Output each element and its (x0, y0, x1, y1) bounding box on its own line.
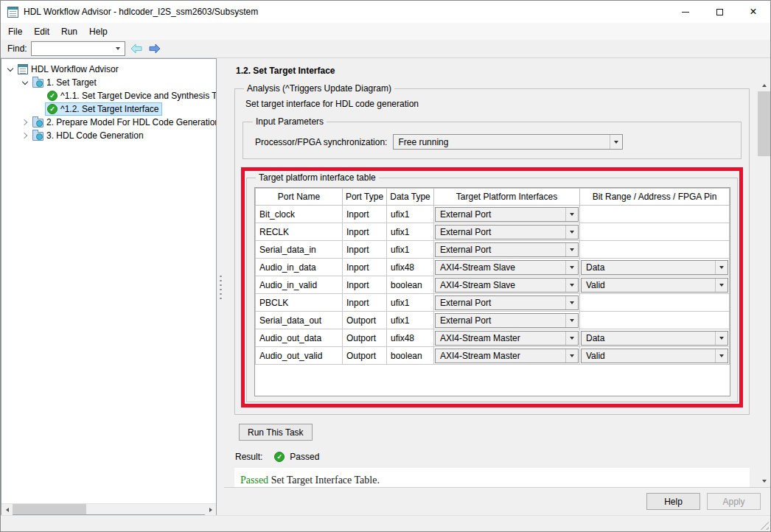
interface-cell: AXI4-Stream Master (434, 347, 580, 365)
analysis-group: Analysis (^Triggers Update Diagram) Set … (234, 83, 750, 415)
combo-value: Free running (398, 137, 610, 147)
chevron-collapsed-icon[interactable] (20, 130, 30, 141)
data-type-cell: ufix1 (387, 312, 434, 329)
port-type-cell: Inport (343, 241, 387, 259)
scrollbar-track[interactable] (86, 504, 205, 514)
chevron-down-icon[interactable] (112, 42, 125, 55)
combo-value: AXI4-Stream Master (440, 351, 565, 361)
resize-grip[interactable] (759, 520, 769, 530)
bit-range-cell (580, 206, 730, 223)
port-name-cell: Audio_out_data (256, 329, 343, 347)
chevron-collapsed-icon[interactable] (20, 117, 30, 127)
scrollbar-thumb[interactable] (758, 91, 770, 156)
target-platform-interface-dropdown[interactable]: External Port (435, 313, 579, 328)
bit-range-dropdown[interactable]: Valid (581, 278, 728, 293)
chevron-down-icon (715, 349, 728, 363)
target-platform-interface-dropdown[interactable]: External Port (435, 295, 579, 310)
tree-node[interactable]: HDL Workflow Advisor (15, 63, 122, 76)
chevron-down-icon (565, 332, 578, 345)
tree-node[interactable]: ✓^1.1. Set Target Device and Synthesis T… (45, 89, 216, 102)
tree-item[interactable]: 2. Prepare Model For HDL Code Generation (1, 116, 216, 129)
table-header-row: Port NamePort TypeData TypeTarget Platfo… (256, 189, 730, 206)
sync-label: Processor/FPGA synchronization: (255, 137, 387, 147)
tree-item[interactable]: HDL Workflow Advisor (1, 63, 216, 76)
target-platform-interface-dropdown[interactable]: AXI4-Stream Slave (435, 260, 579, 275)
tree-horizontal-scrollbar[interactable] (1, 503, 216, 514)
find-input[interactable] (32, 42, 112, 55)
chevron-spacer (35, 104, 45, 114)
table-row: Audio_in_dataInportufix48AXI4-Stream Sla… (256, 259, 730, 276)
target-platform-interface-dropdown[interactable]: External Port (435, 242, 579, 257)
menu-help[interactable]: Help (83, 24, 114, 39)
chevron-expanded-icon[interactable] (5, 64, 15, 74)
target-platform-interface-dropdown[interactable]: External Port (435, 225, 579, 239)
scrollbar-track[interactable] (758, 156, 770, 475)
bit-range-dropdown[interactable]: Data (581, 331, 728, 346)
table-row: Bit_clockInportufix1External Port (256, 206, 730, 223)
scroll-left-button[interactable] (1, 504, 13, 515)
combo-value: Data (586, 262, 715, 273)
tree-item[interactable]: 1. Set Target (1, 76, 216, 89)
triangle-left-icon (6, 508, 9, 512)
maximize-icon (716, 9, 723, 15)
port-type-cell: Outport (343, 347, 387, 365)
tree-node[interactable]: ✓^1.2. Set Target Interface (45, 102, 162, 116)
tree-node[interactable]: 3. HDL Code Generation (30, 129, 147, 142)
port-type-cell: Inport (343, 223, 387, 241)
chevron-expanded-icon[interactable] (20, 77, 30, 88)
result-message-box: Passed Set Target Interface Table. (234, 468, 750, 487)
scroll-right-button[interactable] (205, 504, 216, 515)
data-type-cell: ufix48 (387, 329, 434, 347)
find-forward-button[interactable] (147, 42, 162, 55)
scroll-up-button[interactable] (758, 79, 770, 91)
find-label: Find: (7, 43, 27, 54)
scroll-down-button[interactable] (758, 475, 770, 487)
tree-item[interactable]: ✓^1.2. Set Target Interface (1, 102, 216, 116)
target-platform-interface-dropdown[interactable]: AXI4-Stream Master (435, 331, 579, 346)
input-parameters-group: Input Parameters Processor/FPGA synchron… (243, 116, 742, 159)
panel-splitter[interactable] (217, 58, 224, 515)
target-platform-interface-dropdown[interactable]: AXI4-Stream Master (435, 349, 579, 363)
arrow-right-icon (149, 43, 161, 54)
triangle-down-icon (762, 480, 767, 483)
help-button[interactable]: Help (646, 493, 700, 510)
tree-item[interactable]: 3. HDL Code Generation (1, 129, 216, 142)
menu-run[interactable]: Run (55, 24, 83, 39)
menu-edit[interactable]: Edit (28, 24, 55, 39)
find-input-combo[interactable] (31, 41, 125, 56)
maximize-button[interactable] (702, 1, 736, 23)
bit-range-cell (580, 312, 730, 329)
apply-button: Apply (707, 493, 761, 510)
tree-node[interactable]: 2. Prepare Model For HDL Code Generation (30, 116, 216, 129)
combo-value: External Port (440, 209, 565, 220)
bit-range-cell (580, 223, 730, 241)
port-type-cell: Outport (343, 312, 387, 329)
find-back-button[interactable] (129, 42, 144, 55)
tree-item[interactable]: ✓^1.1. Set Target Device and Synthesis T… (1, 89, 216, 102)
target-platform-interface-dropdown[interactable]: AXI4-Stream Slave (435, 278, 579, 293)
vertical-scrollbar[interactable] (758, 58, 770, 487)
bit-range-dropdown[interactable]: Valid (581, 349, 728, 363)
minimize-button[interactable] (669, 1, 702, 23)
main-area: HDL Workflow Advisor1. Set Target✓^1.1. … (1, 58, 770, 515)
run-this-task-button[interactable]: Run This Task (239, 424, 313, 441)
analysis-group-label: Analysis (^Triggers Update Diagram) (244, 83, 394, 94)
menu-file[interactable]: File (2, 24, 28, 39)
close-button[interactable]: × (736, 1, 770, 23)
bit-range-dropdown[interactable]: Data (581, 260, 728, 275)
task-tree: HDL Workflow Advisor1. Set Target✓^1.1. … (1, 59, 216, 503)
chevron-down-icon (715, 261, 728, 274)
passed-check-icon: ✓ (47, 91, 57, 101)
scrollbar-thumb[interactable] (13, 504, 86, 514)
sync-parameter-row: Processor/FPGA synchronization: Free run… (255, 134, 735, 150)
arrow-left-icon (130, 43, 142, 54)
chevron-spacer (35, 91, 45, 101)
tree-node[interactable]: 1. Set Target (30, 76, 100, 89)
chevron-down-icon (565, 225, 578, 239)
interface-cell: External Port (434, 294, 580, 312)
processor-fpga-sync-dropdown[interactable]: Free running (393, 134, 623, 150)
interface-cell: AXI4-Stream Slave (434, 276, 580, 294)
column-header: Port Name (256, 189, 343, 206)
table-row: Serial_data_inInportufix1External Port (256, 241, 730, 259)
target-platform-interface-dropdown[interactable]: External Port (435, 207, 579, 222)
